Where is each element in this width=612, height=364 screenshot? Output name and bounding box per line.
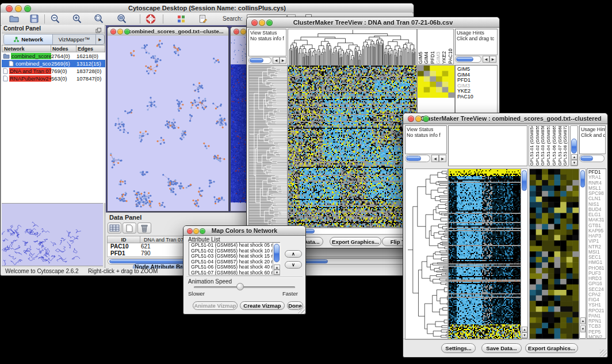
scroll-right-icon[interactable]: ▶	[489, 56, 496, 63]
network-view-canvas[interactable]	[108, 36, 228, 211]
column-header-nodes[interactable]: Nodes	[51, 45, 76, 52]
cytoscape-titlebar[interactable]: Cytoscape Desktop (Session Name: collins…	[1, 3, 414, 13]
tv2-gene-labels[interactable]: PFD1YRA1RNR4MSL1SPC98CLN1NIS1BUD4ELG1MAK…	[587, 168, 606, 339]
tv2-global-heatmap-canvas[interactable]	[448, 168, 522, 340]
scroll-left-icon[interactable]: ◀	[431, 155, 439, 162]
network-view-titlebar[interactable]: combined_scores_good.txt--cluste...	[108, 27, 228, 36]
attribute-list-item[interactable]: GPL51-07 (GSM868) heat shock 60 min	[189, 270, 280, 275]
resize-grip[interactable]	[600, 350, 607, 357]
tab-network[interactable]: Network	[4, 35, 53, 44]
create-vizmap-button[interactable]: Create Vizmap	[240, 301, 285, 310]
save-data-button[interactable]: Save Data...	[481, 343, 522, 353]
new-attribute-icon[interactable]	[123, 223, 136, 233]
column-header-id[interactable]: ID	[107, 236, 140, 243]
delete-attribute-trash-icon[interactable]	[137, 223, 151, 233]
scroll-down-icon[interactable]: ▼	[522, 332, 527, 338]
column-header-network[interactable]: Network	[2, 45, 51, 52]
scrollbar-thumb[interactable]	[406, 156, 421, 161]
annotation-icon[interactable]	[198, 14, 208, 26]
minimize-icon[interactable]	[240, 29, 246, 35]
maximize-icon[interactable]	[124, 29, 130, 35]
save-icon[interactable]	[29, 14, 39, 26]
tv1-column-dendrogram-canvas[interactable]	[288, 29, 417, 66]
attribute-list-item[interactable]: GPL51-02 (GSM855) heat shock 10 min	[189, 248, 280, 254]
scroll-down-icon[interactable]: ▼	[274, 270, 280, 275]
treeview1-titlebar[interactable]: ClusterMaker TreeView : DNA and Tran 07-…	[247, 17, 499, 28]
select-attributes-icon[interactable]	[108, 223, 121, 233]
plugin-grid-icon[interactable]	[177, 14, 186, 26]
scroll-left-icon[interactable]: ◀	[483, 56, 489, 63]
attribute-list-vscrollbar[interactable]: ▲ ▼	[273, 243, 281, 275]
tv2-zoom-heatmap-canvas[interactable]	[529, 168, 579, 340]
tv1-view-status-scrollbar[interactable]: ◀ ▶	[248, 57, 286, 64]
scroll-right-icon[interactable]: ▶	[280, 57, 286, 64]
minimize-icon[interactable]	[117, 29, 123, 35]
zoom-fit-icon[interactable]	[117, 14, 127, 26]
tv2-row-dendrogram-canvas[interactable]	[405, 168, 448, 340]
attribute-list-item[interactable]: GPL51-01 (GSM854) heat shock 05 min	[189, 243, 280, 248]
tv1-zoom-heatmap-canvas[interactable]	[417, 65, 455, 98]
tv2-view-status-scrollbar[interactable]: ◀ ▶	[405, 155, 447, 163]
scrollbar-thumb[interactable]	[571, 139, 577, 154]
slider-thumb[interactable]	[236, 283, 244, 290]
tv1-heatmap-hscrollbar[interactable]	[288, 228, 416, 235]
scroll-right-icon[interactable]: ▶	[439, 155, 446, 162]
tab-overflow-button[interactable]: ▶	[95, 35, 104, 44]
scroll-up-icon[interactable]: ▲	[571, 154, 577, 160]
scroll-up-icon[interactable]: ▲	[522, 327, 527, 332]
tv2-gene-list-vscrollbar[interactable]: ▲ ▼	[579, 168, 586, 339]
birdseye-overview-canvas[interactable]	[2, 203, 103, 266]
map-colors-titlebar[interactable]: Map Colors to Network	[183, 226, 305, 236]
maximize-icon[interactable]	[423, 116, 429, 122]
minimize-icon[interactable]	[259, 20, 265, 26]
close-icon[interactable]	[234, 29, 239, 35]
network-row[interactable]: RNAPuberNov2+ 563(0) 107847(0)	[2, 75, 105, 82]
animate-vizmap-button[interactable]: Animate Vizmap	[193, 301, 238, 310]
network-row-selected[interactable]: combined_sco 2569(6) 13112(15)	[2, 60, 105, 67]
attribute-list-item[interactable]: GPL51-04 (GSM857) heat shock 20 min	[189, 259, 280, 265]
scrollbar-thumb[interactable]	[250, 58, 263, 63]
scrollbar-thumb[interactable]	[456, 57, 473, 62]
export-graphics-button[interactable]: Export Graphics...	[525, 343, 578, 353]
maximize-icon[interactable]	[24, 5, 31, 12]
close-icon[interactable]	[110, 29, 116, 35]
scrollbar-thumb[interactable]	[580, 170, 585, 187]
close-icon[interactable]	[408, 116, 414, 122]
tv1-global-heatmap-canvas[interactable]	[288, 65, 417, 228]
scrollbar-thumb[interactable]	[522, 170, 527, 191]
attribute-list-item[interactable]: GPL51-06 (GSM865) heat shock 40 min	[189, 265, 280, 270]
animation-speed-slider[interactable]	[194, 286, 295, 288]
close-icon[interactable]	[187, 228, 193, 234]
minimize-icon[interactable]	[193, 228, 199, 234]
minimize-icon[interactable]	[415, 116, 422, 122]
scrollbar-thumb[interactable]	[580, 156, 593, 161]
move-up-button[interactable]: ∧	[285, 250, 302, 258]
scrollbar-thumb[interactable]	[274, 244, 280, 262]
open-file-icon[interactable]	[9, 14, 20, 26]
attribute-list-item[interactable]: GPL51-03 (GSM856) heat shock 15 min	[189, 254, 280, 259]
close-icon[interactable]	[251, 20, 258, 26]
maximize-icon[interactable]	[266, 20, 273, 26]
minimize-icon[interactable]	[15, 5, 22, 12]
treeview2-titlebar[interactable]: ClusterMaker TreeView : combined_scores_…	[403, 113, 607, 124]
maximize-icon[interactable]	[200, 228, 205, 234]
scroll-up-icon[interactable]: ▲	[580, 317, 586, 324]
tv1-column-labels[interactable]: GIM5GIM4PFD1GIM3YKE2PAC10	[417, 29, 454, 64]
scroll-left-icon[interactable]: ◀	[273, 57, 280, 64]
export-graphics-button[interactable]: Export Graphics...	[330, 237, 381, 246]
resize-grip[interactable]	[298, 306, 305, 313]
tab-vizmapper[interactable]: VizMapper™	[53, 35, 95, 44]
scroll-up-icon[interactable]: ▲	[274, 265, 280, 270]
tv2-column-labels-vscrollbar[interactable]: ▲ ▼	[570, 125, 578, 166]
tv2-usage-scrollbar[interactable]	[579, 155, 606, 163]
network-row[interactable]: DNA and Tran 07 769(0) 183728(0)	[2, 67, 105, 75]
help-lifesaver-icon[interactable]	[146, 14, 156, 26]
tv1-row-dendrogram-canvas[interactable]	[248, 65, 288, 228]
scroll-down-icon[interactable]: ▼	[580, 325, 586, 332]
network-row[interactable]: combined_scores 2764(0) 16218(0)	[2, 52, 105, 60]
settings-button[interactable]: Settings...	[441, 343, 476, 353]
attribute-list[interactable]: GPL51-01 (GSM854) heat shock 05 minGPL51…	[189, 242, 280, 275]
tv1-usage-scrollbar[interactable]: ◀ ▶	[455, 56, 498, 63]
column-header-edges[interactable]: Edges	[76, 45, 105, 52]
close-icon[interactable]	[6, 5, 13, 12]
